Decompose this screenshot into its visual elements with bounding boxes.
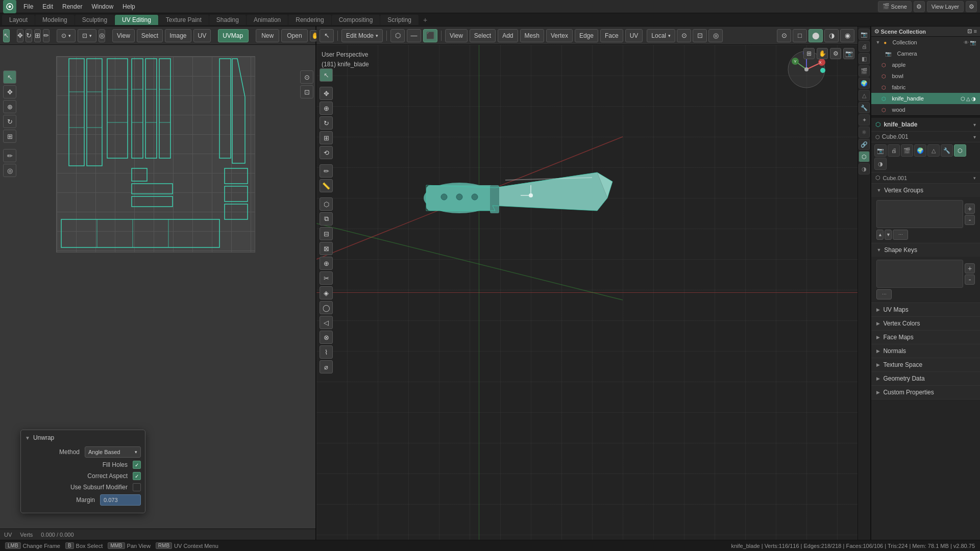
- scene-selector[interactable]: 🎬 Scene: [878, 1, 912, 12]
- edit-mode-dropdown[interactable]: Edit Mode ▾: [341, 29, 383, 42]
- uv-tool-cursor[interactable]: ✥: [3, 85, 16, 98]
- pi-scene[interactable]: 🎬: [901, 144, 913, 157]
- uv-transform-tool[interactable]: ✥: [17, 29, 23, 42]
- sk-more[interactable]: ⋯: [876, 289, 892, 299]
- texture-space-header[interactable]: ▶ Texture Space: [871, 358, 980, 371]
- menu-edit[interactable]: Edit: [38, 2, 57, 11]
- margin-value[interactable]: 0.073: [100, 494, 141, 506]
- uv-canvas[interactable]: ↖ ✥ ⊕ ↻ ⊞ ✏ ◎ ⊙ ⊡ ▼ Unwrap: [0, 45, 315, 529]
- vg-add[interactable]: +: [965, 204, 975, 214]
- vp-tool-bevel[interactable]: ⊠: [320, 242, 333, 255]
- knife-handle-icon1[interactable]: ⬡: [961, 96, 965, 102]
- method-dropdown[interactable]: Angle Based ▾: [85, 446, 141, 458]
- prop-icon-data[interactable]: ⬡: [859, 151, 870, 162]
- pi-data[interactable]: ⬡: [954, 144, 966, 157]
- open-image-btn[interactable]: Open: [281, 29, 307, 42]
- tab-texture-paint[interactable]: Texture Paint: [159, 15, 209, 25]
- view-layer-options[interactable]: ⚙: [966, 1, 977, 12]
- select-menu[interactable]: Select: [470, 29, 496, 42]
- menu-render[interactable]: Render: [58, 2, 86, 11]
- tab-shading[interactable]: Shading: [209, 15, 246, 25]
- prop-icon-world[interactable]: 🌍: [859, 78, 870, 89]
- uv-image-menu[interactable]: Image: [165, 29, 191, 42]
- menu-help[interactable]: Help: [118, 2, 139, 11]
- tab-rendering[interactable]: Rendering: [288, 15, 331, 25]
- transform-orientation[interactable]: Local ▾: [647, 29, 675, 42]
- collection-render[interactable]: 📷: [970, 40, 976, 45]
- vp-tool-measure[interactable]: 📏: [320, 179, 333, 192]
- uv-proportional[interactable]: ◎: [99, 29, 105, 42]
- face-select-mode[interactable]: ⬛: [423, 29, 437, 42]
- tab-animation[interactable]: Animation: [247, 15, 288, 25]
- viewport-icon4[interactable]: 📷: [843, 48, 854, 59]
- uv-annotate-tool[interactable]: ✏: [43, 29, 50, 42]
- vp-tool-cursor[interactable]: ✥: [320, 87, 333, 100]
- sk-add[interactable]: +: [965, 263, 975, 273]
- pi-render[interactable]: 📷: [874, 144, 887, 157]
- viewport-icon1[interactable]: ⊞: [803, 48, 815, 59]
- vp-tool-extrude[interactable]: ⧉: [320, 212, 333, 226]
- knife-handle-icon2[interactable]: △: [966, 96, 970, 102]
- viewport-shading-solid[interactable]: ⬤: [808, 29, 823, 42]
- normals-header[interactable]: ▶ Normals: [871, 344, 980, 358]
- edge-menu[interactable]: Edge: [575, 29, 598, 42]
- vp-tool-inset[interactable]: ⊟: [320, 227, 333, 240]
- uv-tool-annotate[interactable]: ✏: [3, 149, 16, 162]
- vp-tool-rip[interactable]: ⌀: [320, 360, 333, 373]
- menu-file[interactable]: File: [19, 2, 37, 11]
- uv-maps-header[interactable]: ▶ UV Maps: [871, 303, 980, 316]
- pi-modifier[interactable]: 🔧: [941, 144, 953, 157]
- tab-modeling[interactable]: Modeling: [35, 15, 75, 25]
- scene-item-fabric[interactable]: ⬡ fabric: [871, 82, 980, 93]
- uv-r-btn2[interactable]: ⊡: [300, 85, 313, 98]
- new-image-btn[interactable]: New: [256, 29, 279, 42]
- viewport-tool-select[interactable]: ↖: [320, 29, 334, 42]
- vg-more2[interactable]: ▼: [885, 230, 892, 240]
- prop-icon-particles[interactable]: ✦: [859, 114, 870, 126]
- vg-more3[interactable]: ⋯: [893, 230, 908, 240]
- add-workspace-tab[interactable]: +: [419, 14, 431, 26]
- menu-window[interactable]: Window: [87, 2, 117, 11]
- app-icon[interactable]: [3, 0, 16, 13]
- vertex-groups-header[interactable]: ▼ Vertex Groups: [871, 184, 980, 197]
- uv-select-tool[interactable]: ↖: [3, 29, 10, 42]
- uv-menu[interactable]: UV: [625, 29, 643, 42]
- scene-item-bowl[interactable]: ⬡ bowl: [871, 70, 980, 82]
- prop-icon-physics[interactable]: ⚛: [859, 127, 870, 138]
- uv-tool-rotate[interactable]: ↻: [3, 115, 16, 128]
- vg-more1[interactable]: ▲: [876, 230, 884, 240]
- vp-tool-annotate[interactable]: ✏: [320, 164, 333, 178]
- collection-root[interactable]: ▼ ● Collection 👁 📷: [871, 37, 980, 48]
- vp-tool-edge-slide[interactable]: ◁: [320, 316, 333, 329]
- vp-tool-move[interactable]: ⊕: [320, 102, 333, 115]
- vg-remove[interactable]: -: [965, 215, 975, 225]
- sort-icon[interactable]: ≡: [974, 28, 977, 35]
- uv-snap-dropdown[interactable]: ⊡ ▾: [78, 29, 96, 42]
- view-menu[interactable]: View: [445, 29, 468, 42]
- mesh-menu[interactable]: Mesh: [520, 29, 544, 42]
- uv-select-menu[interactable]: Select: [137, 29, 163, 42]
- prop-icon-modifier[interactable]: 🔧: [859, 102, 870, 113]
- viewport-icon2[interactable]: ✋: [817, 48, 828, 59]
- prop-icon-material[interactable]: ◑: [859, 163, 870, 174]
- viewport-canvas[interactable]: User Perspective (181) knife_blade X Y: [316, 45, 857, 540]
- uv-tool-snap[interactable]: ◎: [3, 164, 16, 177]
- uvmap-selector[interactable]: UVMap: [218, 29, 249, 42]
- tab-layout[interactable]: Layout: [2, 15, 35, 25]
- shape-keys-list[interactable]: [876, 260, 963, 288]
- uv-tool-move[interactable]: ⊕: [3, 100, 16, 113]
- vertex-select-mode[interactable]: ⬡: [390, 29, 405, 42]
- transform-pivot[interactable]: ⊙: [677, 29, 691, 42]
- uv-scale-tool[interactable]: ⊞: [34, 29, 41, 42]
- vp-tool-shear[interactable]: ⌇: [320, 345, 333, 359]
- use-subsurf-checkbox[interactable]: [133, 483, 141, 491]
- viewport-icon3[interactable]: ⚙: [830, 48, 841, 59]
- proportional-edit[interactable]: ◎: [708, 29, 723, 42]
- viewport-shading-wire[interactable]: □: [793, 29, 807, 42]
- viewport-shading-render[interactable]: ◉: [840, 29, 854, 42]
- vp-tool-select[interactable]: ↖: [320, 68, 333, 82]
- scene-item-apple[interactable]: ⬡ apple: [871, 59, 980, 70]
- scene-options[interactable]: ⚙: [914, 1, 925, 12]
- face-menu[interactable]: Face: [600, 29, 623, 42]
- collection-visibility[interactable]: 👁: [964, 40, 969, 45]
